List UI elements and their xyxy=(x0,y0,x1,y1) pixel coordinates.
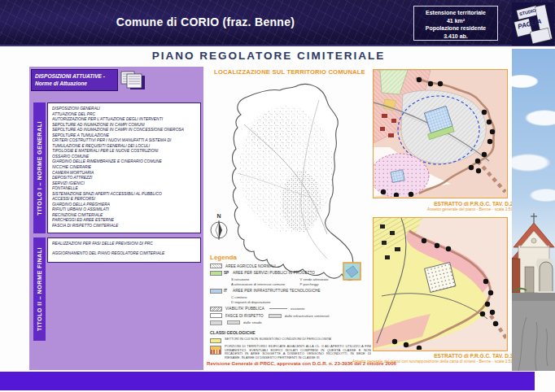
studio-paglia-logo: STUDIO PAGLIA xyxy=(512,2,554,46)
legend-subitem: A attrezzature di interesse comune xyxy=(231,282,297,286)
cemetery-chapel-photo xyxy=(512,49,555,371)
geology-item: PORZIONI DI TERRITORIO EDIFICATE ADIACEN… xyxy=(210,345,371,359)
extract-caption-d33: ESTRATTO di P.R.G.C. TAV. D.3.3 Assetto … xyxy=(350,353,518,364)
legend-label: FASCE DI RISPETTO xyxy=(225,314,264,318)
legend-subitem: D impianti di depurazione xyxy=(231,300,352,304)
population-label: Popolazione residente xyxy=(414,24,497,33)
green-swatch xyxy=(210,271,222,276)
territory-info-box: Estensione territoriale 41 km² Popolazio… xyxy=(413,6,498,41)
yellow-swatch xyxy=(210,338,221,343)
legend-code: SP xyxy=(224,271,229,275)
legend: Legenda AREE AGRICOLE NORMALISPAREE PER … xyxy=(210,254,352,327)
document-icon xyxy=(120,71,146,92)
disposizioni-attuative-box: DISPOSIZIONI ATTUATIVE - Norme di Attuaz… xyxy=(31,69,118,91)
titolo2-label: TITOLO II – NORME FINALI xyxy=(36,247,43,331)
titolo2-norms-list: REALIZZAZIONI PER FASI DELLE PREVISIONI … xyxy=(47,237,201,263)
legend-item: VIABILITA' PUBBLICAesistente xyxy=(210,307,352,311)
geology-title: CLASSI GEOLOGICHE xyxy=(210,330,371,335)
north-label: N xyxy=(210,213,228,219)
legend-item: FASCE DI RISPETTOdalle infrastrutture ci… xyxy=(210,313,352,318)
norm-item: AGGIORNAMENTO DEL PIANO REGOLATORE CIMIT… xyxy=(52,251,198,257)
blue-swatch xyxy=(210,289,222,294)
localization-heading: LOCALIZZAZIONE SUL TERRITORIO COMUNALE xyxy=(207,68,373,76)
legend-label: AREE AGRICOLE NORMALI xyxy=(225,264,276,268)
legend-item: dalle strade xyxy=(210,320,352,325)
header-bar: Comune di CORIO (fraz. Benne) Estensione… xyxy=(0,0,555,46)
extract-subtitle: Assetto generale del piano - Benne - sca… xyxy=(358,207,518,211)
grey-swatch xyxy=(210,320,222,325)
norm-item: SEPOLTURE AD INUMAZIONE IN CAMPI IN CONC… xyxy=(52,128,198,133)
titolo1-bar: TITOLO I – NORME GENERALI xyxy=(33,102,46,233)
hatch-diag-swatch xyxy=(210,307,222,311)
hatch-white-swatch xyxy=(210,264,222,268)
geology-text: SETTORI IN CUI NON SUSSISTONO CONDIZIONI… xyxy=(225,338,332,342)
legend-label: VIABILITA' PUBBLICA xyxy=(225,307,264,311)
buffer-swatch xyxy=(269,314,282,318)
extract-title: ESTRATTO di P.R.G.C. TAV. D.3.3 xyxy=(350,353,518,359)
north-arrow: N xyxy=(210,213,228,245)
sheet-title: PIANO REGOLATORE CIMITERIALE xyxy=(0,50,537,62)
line-sample xyxy=(269,308,287,309)
legend-item: SPAREE PER SERVIZI PUBBLICI IN PROGETTO xyxy=(210,271,352,276)
titolo1-norms-list: DISPOSIZIONI GENERALIATTUAZIONE DEL PRCA… xyxy=(47,102,201,233)
legend-suffix: dalle infrastrutture cimiteriali xyxy=(285,314,330,318)
buffer-swatch xyxy=(227,320,240,324)
norm-item: CRITERI COSTRUTTIVI PER I NUOVI MANUFATT… xyxy=(52,138,198,149)
municipality-title: Comune di CORIO (fraz. Benne) xyxy=(0,15,411,28)
geological-classes: CLASSI GEOLOGICHE SETTORI IN CUI NON SUS… xyxy=(210,330,371,362)
titolo2-bar: TITOLO II – NORME FINALI xyxy=(33,237,46,341)
extract-caption-d23: ESTRATTO di P.R.G.C. TAV. D.2.3 Assetto … xyxy=(358,201,518,211)
prgc-extract-map-d33 xyxy=(373,217,508,351)
prgc-extract-map-d23 xyxy=(373,69,508,198)
legend-suffix: esistente xyxy=(291,307,305,311)
norm-item: REALIZZAZIONI PER FASI DELLE PREVISIONI … xyxy=(52,242,198,247)
legend-code: IT xyxy=(224,289,229,293)
legend-subitems: C cimiteroD impianti di depurazione xyxy=(231,295,352,304)
legend-subitems: S istruzioneV verde attrezzatoA attrezza… xyxy=(231,277,352,286)
norm-item: FASCIA DI RISPETTO CIMITERIALE xyxy=(52,224,198,229)
plan-sheet: Comune di CORIO (fraz. Benne) Estensione… xyxy=(0,0,555,392)
titolo1-label: TITOLO I – NORME GENERALI xyxy=(36,121,43,216)
yellow-red-swatch xyxy=(210,346,221,355)
legend-suffix: dalle strade xyxy=(243,320,262,324)
population-value: 3.410 ab. xyxy=(414,33,497,41)
territory-extension-label: Estensione territoriale xyxy=(414,9,497,17)
legend-label: AREE PER INFRASTRUTTURE TECNOLOGICHE xyxy=(233,289,321,293)
legend-subitem: P parcheggi xyxy=(300,282,352,286)
legend-item: AREE AGRICOLE NORMALI xyxy=(210,264,352,268)
logo-shape xyxy=(531,28,551,44)
geology-item: SETTORI IN CUI NON SUSSISTONO CONDIZIONI… xyxy=(210,338,371,343)
outline-swatch xyxy=(210,313,222,318)
legend-title: Legenda xyxy=(210,254,352,261)
extract-title: ESTRATTO di P.R.G.C. TAV. D.2.3 xyxy=(358,201,518,207)
extract-subtitle: Assetto generale del piano con sovrappos… xyxy=(350,359,518,364)
geology-text: PORZIONI DI TERRITORIO EDIFICATE ADIACEN… xyxy=(225,345,371,359)
legend-label: AREE PER SERVIZI PUBBLICI IN PROGETTO xyxy=(233,271,315,275)
legend-item: ITAREE PER INFRASTRUTTURE TECNOLOGICHE xyxy=(210,289,352,294)
footer-bar xyxy=(0,372,535,390)
territory-extension-value: 41 km² xyxy=(414,17,497,25)
